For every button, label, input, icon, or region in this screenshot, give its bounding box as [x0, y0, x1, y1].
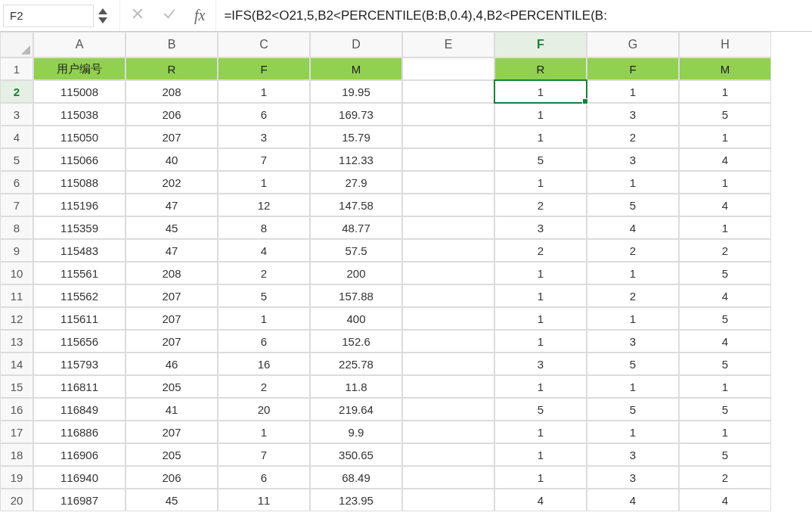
cell-E9[interactable]	[402, 239, 494, 262]
cell-C8[interactable]: 8	[218, 216, 310, 239]
col-header-B[interactable]: B	[126, 32, 218, 57]
cell-G15[interactable]: 1	[587, 375, 679, 398]
cell-H5[interactable]: 4	[679, 148, 771, 171]
cell-B9[interactable]: 47	[126, 239, 218, 262]
cell-C3[interactable]: 6	[218, 103, 310, 126]
cell-D7[interactable]: 147.58	[310, 194, 402, 216]
cell-F12[interactable]: 1	[494, 307, 587, 330]
cell-H10[interactable]: 5	[679, 262, 771, 284]
cell-D4[interactable]: 15.79	[310, 126, 402, 148]
cell-A15[interactable]: 116811	[33, 375, 126, 398]
cell-C13[interactable]: 6	[218, 330, 310, 353]
cell-H17[interactable]: 1	[679, 421, 771, 443]
cell-G1[interactable]: F	[587, 57, 679, 80]
cell-H16[interactable]: 5	[679, 398, 771, 421]
cell-D10[interactable]: 200	[310, 262, 402, 284]
cell-E7[interactable]	[402, 194, 494, 216]
cell-B3[interactable]: 206	[126, 103, 218, 126]
cell-C16[interactable]: 20	[218, 398, 310, 421]
cell-E4[interactable]	[402, 126, 494, 148]
cell-A20[interactable]: 116987	[33, 489, 126, 511]
col-header-H[interactable]: H	[679, 32, 771, 57]
cell-A12[interactable]: 115611	[33, 307, 126, 330]
cell-F19[interactable]: 1	[494, 466, 587, 489]
cell-F13[interactable]: 1	[494, 330, 587, 353]
stepper-up-icon[interactable]	[98, 8, 107, 14]
cell-B15[interactable]: 205	[126, 375, 218, 398]
row-header-4[interactable]: 4	[0, 126, 33, 148]
cell-B1[interactable]: R	[126, 57, 218, 80]
cell-C2[interactable]: 1	[218, 80, 310, 103]
cell-D18[interactable]: 350.65	[310, 443, 402, 466]
cell-A19[interactable]: 116940	[33, 466, 126, 489]
cell-D13[interactable]: 152.6	[310, 330, 402, 353]
name-box[interactable]: F2	[3, 5, 94, 27]
cell-G17[interactable]: 1	[587, 421, 679, 443]
cell-E13[interactable]	[402, 330, 494, 353]
cell-A7[interactable]: 115196	[33, 194, 126, 216]
cell-B11[interactable]: 207	[126, 284, 218, 307]
cell-F5[interactable]: 5	[494, 148, 587, 171]
col-header-G[interactable]: G	[587, 32, 679, 57]
col-header-A[interactable]: A	[33, 32, 126, 57]
cell-G19[interactable]: 3	[587, 466, 679, 489]
cell-A1[interactable]: 用户编号	[33, 57, 126, 80]
row-header-11[interactable]: 11	[0, 284, 33, 307]
cell-D17[interactable]: 9.9	[310, 421, 402, 443]
cell-E2[interactable]	[402, 80, 494, 103]
cell-C1[interactable]: F	[218, 57, 310, 80]
cell-C12[interactable]: 1	[218, 307, 310, 330]
cell-F10[interactable]: 1	[494, 262, 587, 284]
formula-input[interactable]: =IFS(B2<O21,5,B2<PERCENTILE(B:B,0.4),4,B…	[216, 8, 809, 23]
cell-E10[interactable]	[402, 262, 494, 284]
cell-B12[interactable]: 207	[126, 307, 218, 330]
col-header-E[interactable]: E	[402, 32, 494, 57]
cell-H4[interactable]: 1	[679, 126, 771, 148]
cell-G20[interactable]: 4	[587, 489, 679, 511]
cell-D8[interactable]: 48.77	[310, 216, 402, 239]
cell-D16[interactable]: 219.64	[310, 398, 402, 421]
cell-D6[interactable]: 27.9	[310, 171, 402, 194]
cell-H18[interactable]: 5	[679, 443, 771, 466]
row-header-5[interactable]: 5	[0, 148, 33, 171]
cell-C17[interactable]: 1	[218, 421, 310, 443]
row-header-18[interactable]: 18	[0, 443, 33, 466]
cell-H1[interactable]: M	[679, 57, 771, 80]
cell-F8[interactable]: 3	[494, 216, 587, 239]
cell-G12[interactable]: 1	[587, 307, 679, 330]
cell-H12[interactable]: 5	[679, 307, 771, 330]
cell-A10[interactable]: 115561	[33, 262, 126, 284]
cell-A13[interactable]: 115656	[33, 330, 126, 353]
cell-A6[interactable]: 115088	[33, 171, 126, 194]
cell-H2[interactable]: 1	[679, 80, 771, 103]
cell-B19[interactable]: 206	[126, 466, 218, 489]
cell-B13[interactable]: 207	[126, 330, 218, 353]
namebox-stepper[interactable]	[98, 8, 107, 23]
cell-D11[interactable]: 157.88	[310, 284, 402, 307]
cell-D14[interactable]: 225.78	[310, 353, 402, 375]
stepper-down-icon[interactable]	[98, 17, 107, 23]
cell-G7[interactable]: 5	[587, 194, 679, 216]
cell-A5[interactable]: 115066	[33, 148, 126, 171]
cell-H6[interactable]: 1	[679, 171, 771, 194]
cell-F15[interactable]: 1	[494, 375, 587, 398]
cell-C5[interactable]: 7	[218, 148, 310, 171]
cell-E3[interactable]	[402, 103, 494, 126]
cell-C20[interactable]: 11	[218, 489, 310, 511]
cell-F1[interactable]: R	[494, 57, 587, 80]
cell-F17[interactable]: 1	[494, 421, 587, 443]
cell-D5[interactable]: 112.33	[310, 148, 402, 171]
cell-E20[interactable]	[402, 489, 494, 511]
cell-E18[interactable]	[402, 443, 494, 466]
row-header-16[interactable]: 16	[0, 398, 33, 421]
cell-F18[interactable]: 1	[494, 443, 587, 466]
cell-F14[interactable]: 3	[494, 353, 587, 375]
cell-H15[interactable]: 1	[679, 375, 771, 398]
cell-G2[interactable]: 1	[587, 80, 679, 103]
row-header-1[interactable]: 1	[0, 57, 33, 80]
cell-E6[interactable]	[402, 171, 494, 194]
cell-F20[interactable]: 4	[494, 489, 587, 511]
cell-G10[interactable]: 1	[587, 262, 679, 284]
cell-A11[interactable]: 115562	[33, 284, 126, 307]
cell-G16[interactable]: 5	[587, 398, 679, 421]
